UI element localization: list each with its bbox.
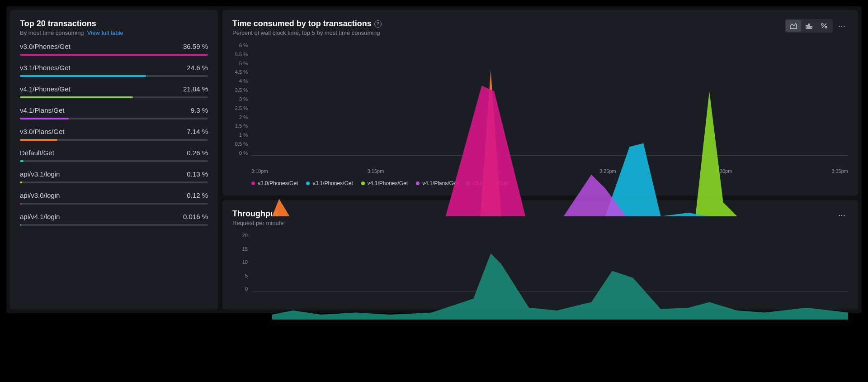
throughput-chart-area: 20151050 bbox=[232, 233, 848, 301]
y-tick: 0 bbox=[245, 286, 248, 291]
transaction-name: Default/Get bbox=[20, 149, 54, 157]
bar-track bbox=[20, 224, 208, 226]
panel-subtitle: Percent of wall clock time, top 5 by mos… bbox=[232, 29, 382, 36]
transaction-name: api/v4.1/login bbox=[20, 213, 60, 220]
y-tick: 3 % bbox=[239, 96, 248, 102]
transaction-row[interactable]: v3.1/Phones/Get24.6 % bbox=[20, 64, 208, 77]
y-tick: 3.5 % bbox=[235, 87, 248, 93]
y-tick: 15 bbox=[242, 246, 248, 252]
y-tick: 4 % bbox=[239, 78, 248, 84]
transaction-name: v4.1/Phones/Get bbox=[20, 85, 71, 93]
area-chart-button[interactable] bbox=[786, 20, 801, 32]
transaction-name: v3.1/Phones/Get bbox=[20, 64, 71, 72]
transaction-name: v4.1/Plans/Get bbox=[20, 106, 64, 114]
y-tick: 0.5 % bbox=[235, 141, 248, 147]
chart-type-toggle bbox=[785, 19, 833, 33]
transaction-name: v3.0/Phones/Get bbox=[20, 43, 71, 50]
transaction-list: v3.0/Phones/Get36.59 %v3.1/Phones/Get24.… bbox=[20, 43, 208, 226]
transaction-row[interactable]: api/v3.0/login0.12 % bbox=[20, 191, 208, 205]
panel-header: Top 20 transactions By most time consumi… bbox=[20, 19, 208, 36]
chart-plot[interactable] bbox=[251, 233, 848, 291]
time-consumed-panel: Time consumed by top transactions ? Perc… bbox=[222, 10, 858, 196]
transaction-pct: 7.14 % bbox=[187, 128, 208, 135]
panel-title: Top 20 transactions bbox=[20, 19, 123, 29]
top-transactions-panel: Top 20 transactions By most time consumi… bbox=[10, 10, 218, 310]
info-icon[interactable]: ? bbox=[374, 20, 382, 28]
bar-chart-button[interactable] bbox=[801, 20, 816, 32]
y-tick: 5 bbox=[245, 273, 248, 278]
transaction-name: v3.0/Plans/Get bbox=[20, 128, 64, 135]
panel-subtitle: By most time consuming View full table bbox=[20, 29, 123, 36]
transaction-name: api/v3.1/login bbox=[20, 170, 60, 178]
transaction-pct: 0.12 % bbox=[187, 191, 208, 199]
svg-point-3 bbox=[821, 24, 823, 25]
transaction-pct: 36.59 % bbox=[183, 43, 208, 50]
y-tick: 20 bbox=[242, 233, 248, 238]
y-tick: 10 bbox=[242, 259, 248, 265]
transaction-pct: 0.13 % bbox=[187, 170, 208, 178]
chart-svg bbox=[251, 43, 848, 216]
transaction-row[interactable]: v3.0/Plans/Get7.14 % bbox=[20, 128, 208, 141]
chart-svg bbox=[251, 233, 848, 320]
transaction-row[interactable]: v4.1/Phones/Get21.84 % bbox=[20, 85, 208, 98]
area-chart-icon bbox=[790, 23, 797, 29]
percent-icon bbox=[821, 23, 828, 29]
bar-fill bbox=[20, 75, 146, 77]
y-tick: 5 % bbox=[239, 61, 248, 66]
transaction-row[interactable]: api/v4.1/login0.016 % bbox=[20, 213, 208, 226]
y-axis: 6 %5.5 %5 %4.5 %4 %3.5 %3 %2.5 %2 %1.5 %… bbox=[232, 43, 251, 156]
y-tick: 1.5 % bbox=[235, 123, 248, 129]
svg-rect-2 bbox=[811, 26, 812, 29]
svg-line-5 bbox=[822, 24, 826, 28]
y-tick: 5.5 % bbox=[235, 52, 248, 57]
y-tick: 2.5 % bbox=[235, 105, 248, 111]
transaction-row[interactable]: v3.0/Phones/Get36.59 % bbox=[20, 43, 208, 56]
svg-rect-1 bbox=[808, 24, 810, 29]
transaction-row[interactable]: v4.1/Plans/Get9.3 % bbox=[20, 106, 208, 119]
dashboard: Top 20 transactions By most time consumi… bbox=[6, 6, 862, 313]
bar-fill bbox=[20, 96, 133, 98]
bar-track bbox=[20, 118, 208, 119]
chart-plot[interactable] bbox=[251, 43, 848, 156]
svg-point-4 bbox=[825, 26, 827, 28]
bar-fill bbox=[20, 118, 69, 119]
bar-fill bbox=[20, 54, 208, 56]
transaction-row[interactable]: api/v3.1/login0.13 % bbox=[20, 170, 208, 183]
bar-track bbox=[20, 139, 208, 141]
bar-track bbox=[20, 203, 208, 205]
more-menu-button[interactable]: ⋯ bbox=[836, 20, 848, 32]
panel-header: Time consumed by top transactions ? Perc… bbox=[232, 19, 848, 36]
y-axis: 20151050 bbox=[232, 233, 251, 291]
time-chart-area: 6 %5.5 %5 %4.5 %4 %3.5 %3 %2.5 %2 %1.5 %… bbox=[232, 43, 848, 165]
percent-button[interactable] bbox=[816, 20, 832, 32]
bar-fill bbox=[20, 224, 21, 226]
y-tick: 4.5 % bbox=[235, 69, 248, 75]
y-tick: 1 % bbox=[239, 132, 248, 138]
bar-fill bbox=[20, 203, 22, 205]
transaction-name: api/v3.0/login bbox=[20, 191, 60, 199]
bar-fill bbox=[20, 139, 57, 141]
transaction-pct: 0.016 % bbox=[183, 213, 208, 220]
y-tick: 0 % bbox=[239, 150, 248, 156]
bar-track bbox=[20, 54, 208, 56]
transaction-pct: 9.3 % bbox=[191, 106, 208, 114]
transaction-row[interactable]: Default/Get0.26 % bbox=[20, 149, 208, 162]
throughput-panel: Throughput Request per minute ⋯ 20151050 bbox=[222, 200, 858, 310]
panel-title: Time consumed by top transactions ? bbox=[232, 19, 382, 29]
transaction-pct: 24.6 % bbox=[187, 64, 208, 72]
bar-fill bbox=[20, 181, 22, 183]
panel-controls: ⋯ bbox=[785, 19, 848, 33]
bar-fill bbox=[20, 160, 24, 162]
bar-track bbox=[20, 160, 208, 162]
transaction-pct: 21.84 % bbox=[183, 85, 208, 93]
y-tick: 6 % bbox=[239, 43, 248, 48]
view-full-table-link[interactable]: View full table bbox=[87, 29, 123, 36]
bar-track bbox=[20, 96, 208, 98]
transaction-pct: 0.26 % bbox=[187, 149, 208, 157]
panel-subtitle: Request per minute bbox=[232, 220, 283, 226]
bar-track bbox=[20, 181, 208, 183]
bar-chart-icon bbox=[805, 23, 812, 29]
bar-track bbox=[20, 75, 208, 77]
svg-rect-0 bbox=[806, 25, 807, 29]
y-tick: 2 % bbox=[239, 115, 248, 120]
